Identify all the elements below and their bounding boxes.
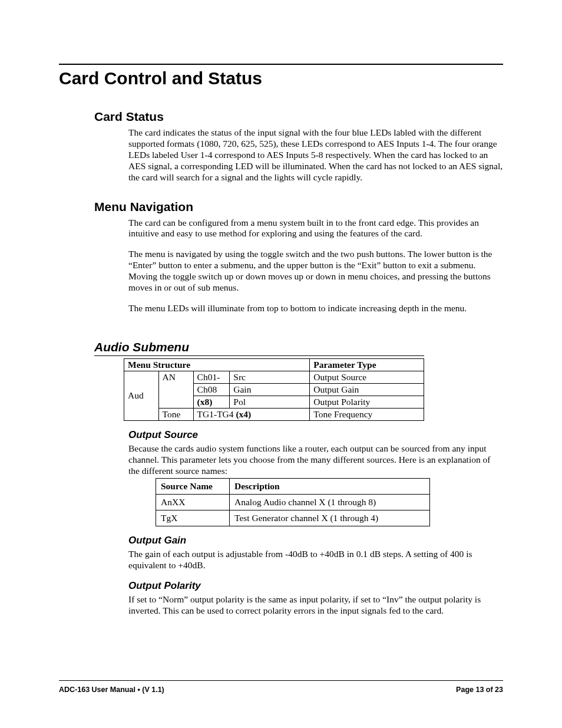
cell-an: AN: [158, 371, 193, 408]
cell-anxx: AnXX: [156, 494, 230, 510]
cell-output-gain: Output Gain: [310, 383, 424, 396]
cell-tone: Tone: [158, 408, 193, 420]
th-source-name: Source Name: [156, 478, 230, 494]
cell-tone-freq: Tone Frequency: [310, 408, 424, 420]
heading-output-source: Output Source: [59, 429, 503, 441]
heading-output-gain: Output Gain: [59, 535, 503, 546]
cell-ch01: Ch01-: [193, 371, 230, 383]
output-gain-text: The gain of each output is adjustable fr…: [59, 549, 503, 571]
section-card-status: Card Status The card indicates the statu…: [59, 110, 503, 183]
cell-x8: (x8): [193, 396, 230, 408]
table-row: Menu Structure Parameter Type: [124, 358, 424, 371]
table-row: Aud AN Ch01- Src Output Source: [124, 371, 424, 383]
cell-src: Src: [230, 371, 310, 383]
cell-tg: TG1-TG4 (x4): [193, 408, 310, 420]
page: Card Control and Status Card Status The …: [0, 0, 562, 728]
table-row: Tone TG1-TG4 (x4) Tone Frequency: [124, 408, 424, 420]
heading-card-status: Card Status: [59, 110, 503, 124]
cell-aud: Aud: [124, 371, 159, 420]
th-description: Description: [230, 478, 430, 494]
table-row: Source Name Description: [156, 478, 430, 494]
footer-page-number: Page 13 of 23: [456, 686, 503, 694]
heading-audio-submenu: Audio Submenu: [94, 340, 424, 354]
cell-pol: Pol: [230, 396, 310, 408]
tg-label: TG1-TG4: [197, 409, 236, 419]
x8-label: (x8): [197, 397, 213, 407]
x4-label: (x4): [236, 409, 251, 419]
table-row: AnXX Analog Audio channel X (1 through 8…: [156, 494, 430, 510]
output-polarity-text: If set to “Norm” output polarity is the …: [59, 594, 503, 617]
menu-structure-table: Menu Structure Parameter Type Aud AN Ch0…: [124, 358, 424, 421]
th-parameter-type: Parameter Type: [310, 358, 424, 371]
footer-version: (V 1.1): [140, 686, 164, 694]
page-footer: ADC-163 User Manual • (V 1.1) Page 13 of…: [59, 686, 503, 694]
heading-menu-navigation: Menu Navigation: [59, 200, 503, 214]
footer-rule: [59, 680, 503, 681]
heading-output-polarity: Output Polarity: [59, 580, 503, 592]
section-menu-navigation: Menu Navigation The card can be configur…: [59, 200, 503, 314]
th-menu-structure: Menu Structure: [124, 358, 310, 371]
cell-output-source: Output Source: [310, 371, 424, 383]
menu-nav-p3: The menu LEDs will illuminate from top t…: [59, 303, 503, 314]
card-status-text: The card indicates the status of the inp…: [59, 127, 503, 183]
cell-tgx-desc: Test Generator channel X (1 through 4): [230, 510, 430, 526]
output-source-text: Because the cards audio system functions…: [59, 443, 503, 477]
footer-doc-title: ADC-163 User Manual: [59, 686, 137, 694]
cell-output-polarity: Output Polarity: [310, 396, 424, 408]
cell-tgx: TgX: [156, 510, 230, 526]
cell-anxx-desc: Analog Audio channel X (1 through 8): [230, 494, 430, 510]
menu-nav-p2: The menu is navigated by using the toggl…: [59, 249, 503, 294]
table-row: TgX Test Generator channel X (1 through …: [156, 510, 430, 526]
page-title: Card Control and Status: [59, 68, 503, 88]
cell-ch08: Ch08: [193, 383, 230, 396]
menu-nav-p1: The card can be configured from a menu s…: [59, 218, 503, 240]
source-name-table: Source Name Description AnXX Analog Audi…: [156, 478, 430, 526]
footer-left: ADC-163 User Manual • (V 1.1): [59, 686, 164, 694]
title-rule: [59, 64, 503, 65]
cell-gain: Gain: [230, 383, 310, 396]
section-audio-submenu: Audio Submenu Menu Structure Parameter T…: [59, 340, 503, 617]
